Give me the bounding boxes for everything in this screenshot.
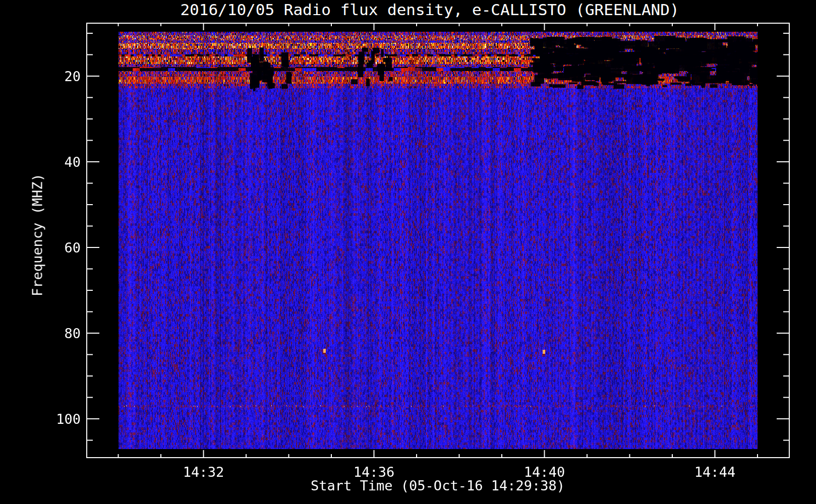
- y-tick-label: 80: [64, 326, 81, 341]
- y-axis-label: Frequency (MHZ): [30, 173, 45, 296]
- y-tick-label: 20: [64, 69, 81, 84]
- y-tick-label: 60: [64, 240, 81, 256]
- x-axis-label: Start Time (05-Oct-16 14:29:38): [311, 478, 565, 493]
- x-tick-label: 14:32: [183, 464, 224, 480]
- spectrogram-page: 2016/10/05 Radio flux density, e-CALLIST…: [0, 0, 816, 504]
- y-tick-label: 100: [56, 411, 81, 427]
- axes-frame: [0, 0, 816, 504]
- y-tick-label: 40: [64, 154, 81, 170]
- x-tick-label: 14:44: [694, 464, 735, 480]
